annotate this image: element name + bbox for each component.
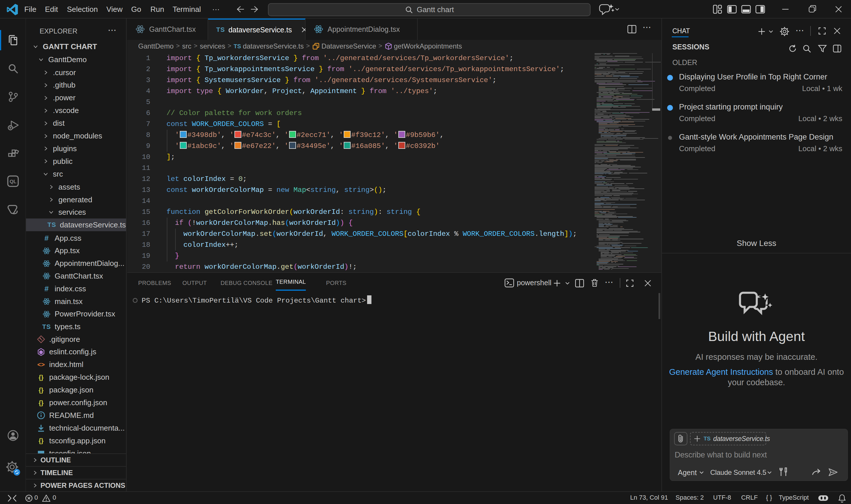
svg-text:QL: QL (10, 179, 17, 184)
